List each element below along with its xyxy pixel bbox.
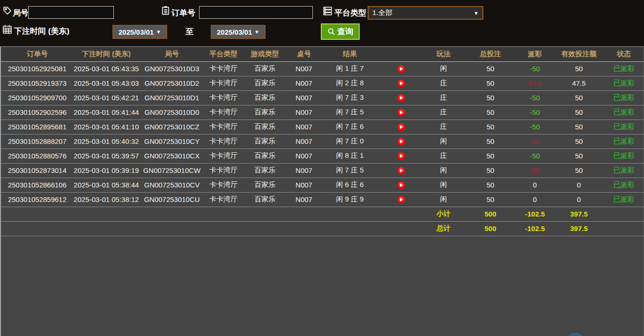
cell-valid-bet: 50 bbox=[554, 149, 604, 163]
cell-play-type: 闲 bbox=[422, 178, 465, 192]
replay-play-icon[interactable] bbox=[397, 181, 405, 189]
cell-total-bet: 50 bbox=[465, 192, 516, 207]
cell-valid-bet: 50 bbox=[554, 105, 604, 119]
col-total-bet: 总投注 bbox=[465, 47, 516, 61]
cell-valid-bet: 47.5 bbox=[554, 76, 604, 90]
cell-bet-time: 2025-03-01 05:39:57 bbox=[74, 149, 139, 163]
cell-summary-label: 总计 bbox=[422, 221, 465, 236]
cell-result: 闲 7 庄 6 bbox=[320, 119, 379, 134]
cell-play-type: 庄 bbox=[422, 105, 465, 119]
order-no-input[interactable] bbox=[199, 6, 313, 19]
game-no-label: 局号 bbox=[13, 7, 29, 18]
query-button[interactable]: 查询 bbox=[321, 23, 360, 40]
table-row: 2503010528596122025-03-01 05:38:12GN0072… bbox=[1, 192, 644, 207]
cell-replay bbox=[379, 149, 422, 163]
cell-game-type: 百家乐 bbox=[242, 134, 288, 149]
table-row: 2503010528805762025-03-01 05:39:57GN0072… bbox=[1, 149, 644, 163]
cell-game-no: GN007253010CV bbox=[139, 178, 205, 192]
cell-valid-bet: 50 bbox=[554, 163, 604, 178]
cell-table-no: N007 bbox=[288, 178, 320, 192]
col-replay bbox=[379, 47, 422, 61]
cell-game-no: GN007253010D2 bbox=[139, 76, 205, 90]
date-to-select[interactable]: 2025/03/01 ▼ bbox=[211, 25, 266, 39]
col-game-type: 游戏类型 bbox=[242, 47, 288, 61]
cell-game-type: 百家乐 bbox=[242, 163, 288, 178]
replay-play-icon[interactable] bbox=[397, 167, 405, 175]
cell-result: 闲 9 庄 9 bbox=[320, 192, 379, 207]
table-row: 2503010528730142025-03-01 05:39:19GN0072… bbox=[1, 163, 644, 178]
cell-payout: -50 bbox=[516, 149, 554, 163]
cell-game-type: 百家乐 bbox=[242, 178, 288, 192]
replay-play-icon[interactable] bbox=[397, 94, 405, 102]
platform-type-label: 平台类型 bbox=[334, 7, 366, 18]
subtotal-row: 小计500-102.5397.5 bbox=[1, 207, 644, 221]
cell-empty bbox=[288, 207, 320, 221]
cell-result: 闲 7 庄 5 bbox=[320, 105, 379, 119]
cell-empty bbox=[1, 207, 74, 221]
cell-result: 闲 8 庄 1 bbox=[320, 149, 379, 163]
cell-replay bbox=[379, 192, 422, 207]
cell-play-type: 闲 bbox=[422, 61, 465, 76]
play-triangle bbox=[400, 111, 403, 114]
cell-empty bbox=[205, 221, 242, 236]
cell-game-no: GN007253010D3 bbox=[139, 61, 205, 76]
cell-platform: 卡卡湾厅 bbox=[205, 163, 242, 178]
cell-summary-payout: -102.5 bbox=[516, 207, 554, 221]
cell-total-bet: 50 bbox=[465, 134, 516, 149]
play-triangle bbox=[400, 82, 403, 85]
play-triangle bbox=[400, 67, 403, 71]
cell-game-type: 百家乐 bbox=[242, 192, 288, 207]
col-status: 状态 bbox=[604, 47, 644, 61]
cell-platform: 卡卡湾厅 bbox=[205, 149, 242, 163]
cell-status: 已派彩 bbox=[604, 134, 644, 149]
chevron-down-icon: ▼ bbox=[474, 10, 479, 16]
replay-play-icon[interactable] bbox=[397, 80, 405, 88]
cell-summary-valid-bet: 397.5 bbox=[554, 221, 604, 236]
cell-total-bet: 50 bbox=[465, 90, 516, 105]
game-no-input[interactable] bbox=[28, 6, 114, 19]
cell-bet-time: 2025-03-01 05:40:32 bbox=[74, 134, 139, 149]
cell-play-type: 闲 bbox=[422, 163, 465, 178]
cell-empty bbox=[379, 207, 422, 221]
cell-bet-time: 2025-03-01 05:41:44 bbox=[74, 105, 139, 119]
cell-game-no: GN007253010CU bbox=[139, 192, 205, 207]
cell-play-type: 庄 bbox=[422, 90, 465, 105]
cell-payout: -50 bbox=[516, 61, 554, 76]
cell-empty bbox=[1, 221, 74, 236]
replay-play-icon[interactable] bbox=[397, 123, 405, 131]
cell-bet-time: 2025-03-01 05:38:12 bbox=[74, 192, 139, 207]
cell-result: 闲 6 庄 6 bbox=[320, 178, 379, 192]
cell-empty bbox=[139, 207, 205, 221]
col-game-no: 局号 bbox=[139, 47, 205, 61]
cell-game-no: GN007253010CX bbox=[139, 149, 205, 163]
cell-status: 已派彩 bbox=[604, 163, 644, 178]
replay-play-icon[interactable] bbox=[397, 196, 405, 204]
cell-status: 已派彩 bbox=[604, 105, 644, 119]
cell-status: 已派彩 bbox=[604, 90, 644, 105]
cell-table-no: N007 bbox=[288, 61, 320, 76]
cell-result: 闲 1 庄 7 bbox=[320, 61, 379, 76]
cell-bet-time: 2025-03-01 05:39:19 bbox=[74, 163, 139, 178]
cell-table-no: N007 bbox=[288, 134, 320, 149]
cell-order-no: 250301052866106 bbox=[1, 178, 74, 192]
cell-order-no: 250301052925081 bbox=[1, 61, 74, 76]
calendar-icon bbox=[2, 24, 12, 34]
cell-total-bet: 50 bbox=[465, 178, 516, 192]
tag-icon bbox=[2, 6, 12, 15]
table-row: 2503010529193732025-03-01 05:43:03GN0072… bbox=[1, 76, 644, 90]
table-row: 2503010529025962025-03-01 05:41:44GN0072… bbox=[1, 105, 644, 119]
table-row: 2503010528661062025-03-01 05:38:44GN0072… bbox=[1, 178, 644, 192]
cell-status: 已派彩 bbox=[604, 61, 644, 76]
cell-table-no: N007 bbox=[288, 76, 320, 90]
cell-payout: 0 bbox=[516, 178, 554, 192]
play-triangle bbox=[400, 125, 403, 129]
replay-play-icon[interactable] bbox=[397, 138, 405, 146]
cell-game-type: 百家乐 bbox=[242, 76, 288, 90]
cell-total-bet: 50 bbox=[465, 119, 516, 134]
date-from-select[interactable]: 2025/03/01 ▼ bbox=[112, 25, 167, 39]
platform-type-select[interactable]: 1.全部 ▼ bbox=[368, 6, 483, 20]
cell-payout: -50 bbox=[516, 119, 554, 134]
replay-play-icon[interactable] bbox=[397, 152, 405, 160]
replay-play-icon[interactable] bbox=[397, 109, 405, 117]
replay-play-icon[interactable] bbox=[397, 65, 405, 73]
